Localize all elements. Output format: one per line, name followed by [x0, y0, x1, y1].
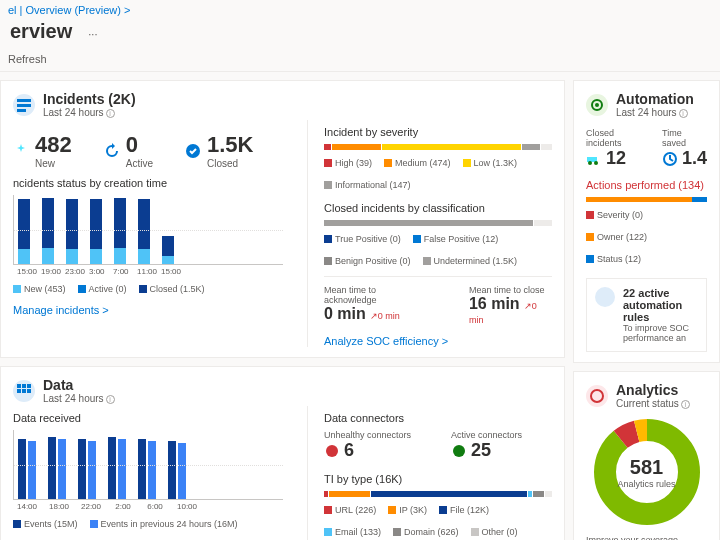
svg-rect-4	[17, 384, 21, 388]
refresh-icon	[104, 143, 120, 159]
svg-rect-0	[17, 99, 31, 102]
actions-bar	[586, 197, 707, 202]
truck-icon	[586, 151, 602, 167]
warning-icon	[324, 443, 340, 459]
page-title: erview	[2, 20, 80, 47]
svg-rect-2	[17, 109, 26, 112]
refresh-button[interactable]: Refresh	[0, 47, 720, 72]
info-icon[interactable]: i	[106, 395, 115, 404]
automation-icon	[586, 94, 608, 116]
closed-incidents-kpi: Closed incidents 12	[586, 128, 642, 169]
svg-rect-7	[17, 389, 21, 393]
ti-bar	[324, 491, 552, 497]
soc-link[interactable]: Analyze SOC efficiency >	[324, 335, 448, 347]
svg-point-13	[595, 103, 599, 107]
incidents-chart	[13, 195, 283, 265]
data-chart	[13, 430, 283, 500]
sparkle-icon	[13, 143, 29, 159]
more-icon[interactable]: ···	[88, 28, 97, 40]
manage-incidents-link[interactable]: Manage incidents >	[13, 304, 109, 316]
svg-point-15	[588, 161, 592, 165]
svg-rect-5	[22, 384, 26, 388]
kpi-new: 482New	[13, 132, 72, 169]
automation-note[interactable]: 22 active automation rules To improve SO…	[586, 278, 707, 352]
mean-ack: Mean time to acknowledge 0 min↗0 min	[324, 285, 429, 325]
classification-bar	[324, 220, 552, 226]
analytics-icon	[586, 385, 608, 407]
svg-rect-9	[27, 389, 31, 393]
kpi-closed: 1.5KClosed	[185, 132, 253, 169]
info-icon[interactable]: i	[681, 400, 690, 409]
svg-point-16	[594, 161, 598, 165]
incidents-title: Incidents (2K)	[43, 91, 136, 107]
analytics-donut: 581Analytics rules	[592, 417, 702, 527]
svg-rect-8	[22, 389, 26, 393]
plug-icon	[451, 443, 467, 459]
time-saved-kpi: Time saved 1.4	[662, 128, 707, 169]
incidents-card: Incidents (2K) Last 24 hoursi 482New 0Ac…	[0, 80, 565, 358]
clock-icon	[662, 151, 678, 167]
svg-point-10	[326, 445, 338, 457]
automation-card: Automation Last 24 hoursi Closed inciden…	[573, 80, 720, 363]
data-card: Data Last 24 hoursi Data received 14:001…	[0, 366, 565, 540]
mean-close: Mean time to close 16 min↗0 min	[469, 285, 552, 325]
info-icon[interactable]: i	[679, 109, 688, 118]
check-circle-icon	[185, 143, 201, 159]
unhealthy-connectors: Unhealthy connectors 6	[324, 430, 411, 461]
severity-bar	[324, 144, 552, 150]
active-connectors: Active connectors 25	[451, 430, 522, 461]
incidents-icon	[13, 94, 35, 116]
info-icon[interactable]: i	[106, 109, 115, 118]
breadcrumb[interactable]: el | Overview (Preview) >	[0, 0, 720, 20]
lightbulb-icon	[595, 287, 615, 307]
svg-rect-1	[17, 104, 31, 107]
kpi-active: 0Active	[104, 132, 153, 169]
svg-rect-6	[27, 384, 31, 388]
svg-point-11	[453, 445, 465, 457]
analytics-card: Analytics Current statusi 581Analytics r…	[573, 371, 720, 540]
data-icon	[13, 380, 35, 402]
